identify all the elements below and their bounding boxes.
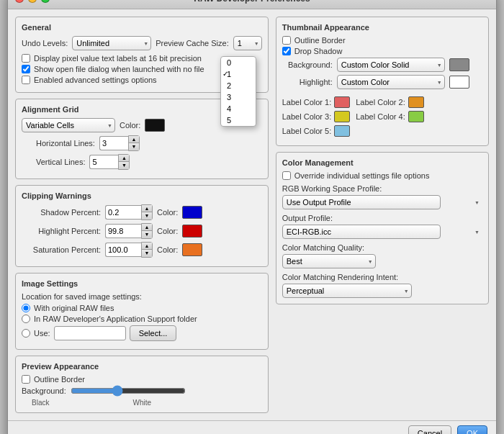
label-colors-row3: Label Color 5: <box>282 125 482 137</box>
titlebar: RAW Developer Preferences <box>8 0 496 9</box>
maximize-button[interactable] <box>41 0 50 3</box>
output-profile-label: Output Profile: <box>282 214 482 222</box>
slider-max-label: White <box>132 399 151 407</box>
thumbnail-title: Thumbnail Appearance <box>282 23 482 32</box>
minimize-button[interactable] <box>28 0 37 3</box>
shadow-color-swatch[interactable] <box>182 206 202 219</box>
preferences-window: RAW Developer Preferences General Undo L… <box>7 0 497 434</box>
preview-cache-select[interactable]: 1 <box>233 36 262 50</box>
radio3-row: Use: Select... <box>22 325 262 341</box>
horizontal-input[interactable]: 3 <box>99 136 128 150</box>
thumb-bg-swatch[interactable] <box>449 58 469 71</box>
shadow-up-btn[interactable]: ▲ <box>142 205 152 212</box>
undo-select[interactable]: Unlimited <box>72 36 151 50</box>
dropdown-item-3[interactable]: 3 <box>221 91 256 103</box>
highlight-up-btn[interactable]: ▲ <box>142 224 152 231</box>
saturation-down-btn[interactable]: ▼ <box>142 250 152 257</box>
thumbnail-appearance-section: Thumbnail Appearance Outline Border Drop… <box>276 17 489 146</box>
label-color5-item: Label Color 5: <box>282 125 351 137</box>
radio2-label: In RAW Developer's Application Support f… <box>34 315 197 323</box>
grid-color-swatch[interactable] <box>145 119 165 132</box>
horizontal-up-btn[interactable]: ▲ <box>129 136 139 143</box>
thumb-highlight-swatch[interactable] <box>449 76 469 89</box>
vertical-input[interactable]: 5 <box>89 155 118 169</box>
thumb-dropshadow-label: Drop Shadow <box>294 47 343 55</box>
highlight-color-label: Color: <box>157 227 178 235</box>
output-profile-select[interactable]: ECI-RGB.icc <box>282 225 441 239</box>
preview-cache-wrapper[interactable]: 1 <box>233 36 262 50</box>
thumb-bg-label: Background: <box>282 60 333 69</box>
highlight-down-btn[interactable]: ▼ <box>142 231 152 238</box>
highlight-input[interactable]: 99.8 <box>105 224 141 238</box>
override-checkbox[interactable] <box>282 171 291 180</box>
thumb-highlight-select[interactable]: Custom Color <box>337 75 445 89</box>
color-management-section: Color Management Override individual set… <box>276 152 489 304</box>
horizontal-down-btn[interactable]: ▼ <box>129 143 139 150</box>
saturation-row: Saturation Percent: 100.0 ▲ ▼ Color: <box>22 242 262 258</box>
rgb-profile-wrapper[interactable]: Use Output Profile <box>282 195 482 209</box>
dropdown-item-5[interactable]: 5 <box>221 114 256 126</box>
dropdown-item-0[interactable]: 0 <box>221 57 256 68</box>
rgb-profile-label: RGB Working Space Profile: <box>282 184 482 193</box>
rendering-wrapper[interactable]: Perceptual <box>282 284 412 298</box>
label-color4-swatch[interactable] <box>408 111 424 122</box>
thumb-bg-select[interactable]: Custom Color Solid <box>337 58 445 72</box>
horizontal-stepper: 3 ▲ ▼ <box>99 135 140 151</box>
rendering-select[interactable]: Perceptual <box>282 284 412 298</box>
label-color5-swatch[interactable] <box>334 125 350 137</box>
color-management-title: Color Management <box>282 158 482 167</box>
window-title: RAW Developer Preferences <box>194 0 310 4</box>
saturation-color-swatch[interactable] <box>182 243 202 256</box>
select-button[interactable]: Select... <box>130 325 177 341</box>
checkbox2[interactable] <box>22 65 30 73</box>
rgb-profile-select[interactable]: Use Output Profile <box>282 195 441 209</box>
preview-cache-label: Preview Cache Size: <box>156 39 229 48</box>
right-panel: Thumbnail Appearance Outline Border Drop… <box>276 17 489 413</box>
radio1[interactable] <box>22 304 30 312</box>
close-button[interactable] <box>15 0 24 3</box>
checkbox1[interactable] <box>22 54 30 63</box>
thumb-dropshadow-checkbox[interactable] <box>282 47 291 55</box>
label-color2-swatch[interactable] <box>408 96 424 108</box>
checkbox3[interactable] <box>22 76 30 84</box>
label-color1-swatch[interactable] <box>334 96 350 108</box>
thumb-outline-checkbox[interactable] <box>282 36 291 45</box>
preview-outline-checkbox[interactable] <box>22 375 30 384</box>
saturation-color-label: Color: <box>157 245 178 254</box>
use-path-input[interactable] <box>54 326 126 340</box>
saturation-input[interactable]: 100.0 <box>105 243 141 257</box>
saturation-up-btn[interactable]: ▲ <box>142 243 152 250</box>
radio2[interactable] <box>22 315 30 323</box>
saturation-stepper-btns: ▲ ▼ <box>141 242 153 258</box>
radio3[interactable] <box>22 329 30 338</box>
label-color4-label: Label Color 4: <box>356 112 405 121</box>
vertical-up-btn[interactable]: ▲ <box>119 155 129 162</box>
location-label: Location for saved image settings: <box>22 292 262 301</box>
preview-bg-slider[interactable] <box>71 386 186 396</box>
output-profile-wrapper[interactable]: ECI-RGB.icc <box>282 225 482 239</box>
thumb-dropshadow-row: Drop Shadow <box>282 47 482 55</box>
grid-type-select[interactable]: Variable Cells <box>22 118 115 132</box>
dropdown-item-2[interactable]: 2 <box>221 80 256 91</box>
undo-select-wrapper[interactable]: Unlimited <box>72 36 151 50</box>
shadow-input[interactable]: 0.2 <box>105 205 141 220</box>
cancel-button[interactable]: Cancel <box>408 425 451 435</box>
slider-min-label: Black <box>32 399 49 407</box>
dropdown-item-4[interactable]: 4 <box>221 103 256 114</box>
ok-button[interactable]: OK <box>457 425 487 435</box>
highlight-color-swatch[interactable] <box>182 225 202 238</box>
thumb-outline-row: Outline Border <box>282 36 482 45</box>
slider-labels: Black White <box>22 399 151 407</box>
label-color3-swatch[interactable] <box>334 111 350 122</box>
quality-wrapper[interactable]: Best <box>282 254 376 268</box>
output-profile-section: Output Profile: ECI-RGB.icc <box>282 214 482 239</box>
grid-type-wrapper[interactable]: Variable Cells <box>22 118 115 132</box>
thumb-bg-select-wrapper[interactable]: Custom Color Solid <box>337 58 445 72</box>
dropdown-item-1[interactable]: 1 <box>221 68 256 80</box>
vertical-label: Vertical Lines: <box>36 158 85 166</box>
vertical-down-btn[interactable]: ▼ <box>119 162 129 169</box>
saturation-label: Saturation Percent: <box>22 245 101 254</box>
thumb-highlight-select-wrapper[interactable]: Custom Color <box>337 75 445 89</box>
quality-select[interactable]: Best <box>282 254 376 268</box>
shadow-down-btn[interactable]: ▼ <box>142 212 152 220</box>
